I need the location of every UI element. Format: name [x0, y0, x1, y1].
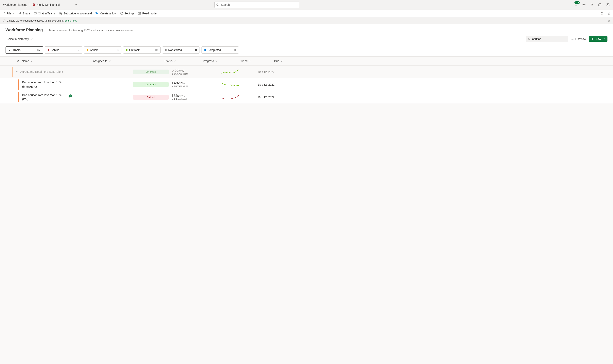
- info-bar: 2 goals owners don't have access to this…: [0, 17, 613, 24]
- status-badge: Behind: [133, 95, 169, 100]
- share-now-link[interactable]: Share now.: [65, 19, 77, 22]
- table-header: Name Assigned to Status Progress Trend D…: [0, 56, 613, 65]
- status-badge: On track: [133, 70, 169, 74]
- status-pill-notstarted[interactable]: Not started 0: [162, 46, 200, 53]
- sensitivity-dropdown[interactable]: Highly Confidential: [30, 3, 77, 6]
- goal-name: Bad attrition rate less than 15% (ICs): [22, 93, 64, 102]
- refresh-button[interactable]: [600, 12, 603, 15]
- column-header-assigned[interactable]: Assigned to: [93, 59, 138, 63]
- info-message: 2 goals owners don't have access to this…: [7, 19, 64, 22]
- column-header-trend[interactable]: Trend: [222, 59, 255, 63]
- chat-teams-button[interactable]: Chat in Teams: [34, 12, 55, 15]
- progress-value: 16%/15%: [172, 94, 185, 98]
- expand-all-button[interactable]: [14, 60, 22, 63]
- close-infobar-button[interactable]: [608, 20, 610, 22]
- titlebar-right: 119: [574, 3, 610, 7]
- svg-rect-0: [33, 4, 34, 5]
- due-date: Dec 12, 2022: [247, 83, 274, 86]
- status-pill-ontrack[interactable]: On track 10: [123, 46, 160, 53]
- column-header-status[interactable]: Status: [138, 59, 180, 63]
- page-title: Workforce Planning: [6, 28, 43, 32]
- progress-value: 14%/15%: [172, 81, 185, 85]
- search-icon: [528, 38, 531, 40]
- settings-cmd-button[interactable]: Settings: [120, 12, 134, 15]
- settings-button[interactable]: [582, 3, 586, 7]
- goal-row[interactable]: Attract and Retain the Best Talent On tr…: [0, 65, 613, 78]
- column-header-progress[interactable]: Progress: [180, 59, 222, 63]
- page-description: Team scorecard for tracking FY23 metrics…: [49, 29, 133, 32]
- info-icon: [3, 19, 6, 22]
- global-search-input[interactable]: [214, 1, 299, 8]
- global-search: [214, 1, 299, 8]
- svg-point-5: [600, 5, 600, 5]
- svg-point-6: [607, 3, 608, 4]
- goals-table: Name Assigned to Status Progress Trend D…: [0, 56, 613, 364]
- svg-point-22: [571, 38, 572, 38]
- svg-point-3: [583, 4, 584, 5]
- svg-line-21: [530, 39, 530, 40]
- help-button[interactable]: [598, 3, 601, 7]
- goal-row[interactable]: Bad attrition rate less than 15% (Manage…: [0, 78, 613, 91]
- progress-value: 5.00/5.00: [172, 68, 184, 73]
- svg-point-26: [571, 39, 572, 40]
- file-menu[interactable]: File: [2, 12, 15, 15]
- progress-delta: 35.78% MoM: [172, 85, 188, 88]
- chevron-down-icon: [75, 4, 77, 6]
- share-button[interactable]: Share: [18, 12, 30, 15]
- svg-point-20: [528, 38, 530, 40]
- new-button[interactable]: New: [589, 36, 607, 42]
- filter-search: [526, 36, 568, 42]
- notifications-button[interactable]: 119: [574, 3, 578, 7]
- trend-sparkline: [213, 94, 247, 100]
- svg-point-18: [4, 20, 4, 20]
- command-bar: File Share Chat in Teams Subscribe to sc…: [0, 10, 613, 17]
- column-header-name[interactable]: Name: [22, 59, 93, 63]
- download-button[interactable]: [590, 3, 594, 7]
- dot-icon: [48, 49, 49, 51]
- svg-line-2: [218, 5, 219, 6]
- row-accent-bar: [18, 79, 19, 90]
- titlebar: Workforce Planning Highly Confidential 1…: [0, 0, 613, 10]
- list-view-toggle[interactable]: List view: [571, 37, 586, 40]
- dot-icon: [87, 49, 88, 51]
- trend-sparkline: [213, 69, 247, 75]
- status-badge: On track: [133, 82, 169, 87]
- svg-point-24: [571, 39, 572, 39]
- due-date: Dec 12, 2022: [247, 96, 274, 99]
- search-icon: [216, 3, 219, 6]
- sensitivity-label: Highly Confidential: [37, 3, 60, 6]
- svg-point-1: [216, 4, 218, 5]
- shield-icon: [32, 3, 35, 6]
- account-button[interactable]: [606, 3, 610, 7]
- status-pill-atrisk[interactable]: At risk 3: [84, 46, 121, 53]
- collapse-toggle[interactable]: [16, 71, 18, 73]
- goal-row[interactable]: Bad attrition rate less than 15% (ICs) 2…: [0, 91, 613, 104]
- status-filter-row: Goals 15 Behind 2 At risk 3 On track 10 …: [0, 44, 613, 56]
- svg-point-9: [36, 12, 36, 13]
- row-accent-bar: [12, 67, 13, 77]
- svg-point-12: [121, 13, 122, 14]
- goal-name: Attract and Retain the Best Talent: [20, 70, 63, 74]
- status-pill-behind[interactable]: Behind 2: [45, 46, 82, 53]
- goal-name: Bad attrition rate less than 15% (Manage…: [22, 80, 64, 89]
- dot-icon: [165, 49, 167, 51]
- due-date: Dec 12, 2022: [247, 70, 274, 74]
- favorite-button[interactable]: [607, 12, 611, 15]
- trend-sparkline: [213, 82, 247, 88]
- row-accent-bar: [18, 92, 19, 103]
- column-header-due[interactable]: Due: [255, 59, 283, 63]
- page-header: Workforce Planning Team scorecard for tr…: [0, 24, 613, 44]
- comments-button[interactable]: 2: [67, 96, 71, 99]
- status-pill-goals[interactable]: Goals 15: [6, 46, 43, 53]
- hierarchy-selector[interactable]: Select a hierarchy: [6, 37, 34, 41]
- notification-badge: 119: [574, 1, 580, 4]
- create-flow-button[interactable]: Create a flow: [95, 12, 116, 15]
- app-title: Workforce Planning: [3, 3, 30, 6]
- subscribe-button[interactable]: Subscribe to scorecard: [59, 12, 92, 15]
- filter-search-input[interactable]: [526, 36, 568, 42]
- comment-count: 2: [69, 94, 72, 97]
- dot-icon: [204, 49, 206, 51]
- status-pill-completed[interactable]: Completed 0: [201, 46, 239, 53]
- check-icon: [9, 49, 11, 51]
- read-mode-button[interactable]: Read mode: [138, 12, 156, 15]
